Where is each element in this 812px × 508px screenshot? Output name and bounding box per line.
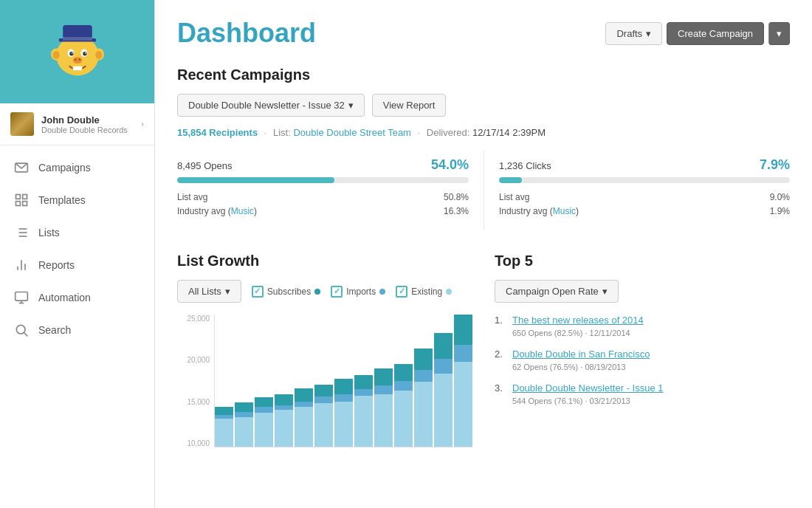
bar-existing [215,419,233,447]
top5-item-num: 2. [495,349,505,360]
bar-stack [434,324,453,447]
y-label-15k: 15,000 [187,398,210,406]
clicks-label: 1,236 Clicks [499,160,551,171]
bottom-grid: List Growth All Lists ▾ ✓ Subscribes ✓ [177,253,790,462]
bar-existing [434,374,453,447]
create-campaign-button[interactable]: Create Campaign [667,22,764,45]
bar-chart: 25,000 20,000 15,000 10,000 [177,315,472,462]
imports-dot [379,289,385,295]
sidebar-item-lists[interactable]: Lists [0,216,154,249]
top5-item-meta: 544 Opens (76.1%) · 03/21/2013 [512,397,630,405]
user-company: Double Double Records [41,126,141,134]
bar-stack [354,349,373,447]
chevron-down-icon: ▾ [777,28,782,39]
svg-point-10 [69,52,73,55]
clicks-industry-link[interactable]: Music [553,206,576,216]
opens-industry-link[interactable]: Music [231,206,254,216]
bar-stack [394,343,413,447]
nav-label-automation: Automation [38,292,91,303]
recent-campaigns-title: Recent Campaigns [177,66,790,83]
nav-label-reports: Reports [38,259,75,271]
opens-label: 8,495 Opens [177,160,232,171]
campaign-select-button[interactable]: Double Double Newsletter - Issue 32 ▾ [177,94,365,117]
sidebar-header [0,0,154,103]
nav-label-campaigns: Campaigns [38,162,91,174]
main-content: Dashboard Drafts ▾ Create Campaign ▾ Rec… [155,0,812,508]
bar-group [434,315,453,447]
create-campaign-dropdown-button[interactable]: ▾ [768,22,790,45]
bar-group [414,315,433,447]
bar-chart-icon [13,257,30,273]
chart-controls: All Lists ▾ ✓ Subscribes ✓ Imports [177,280,472,303]
desktop-icon [13,289,30,306]
campaign-info: 15,854 Recipients · List: Double Double … [177,127,790,138]
top5-item-meta: 62 Opens (76.5%) · 08/19/2013 [512,363,626,371]
bar-group [454,315,472,447]
chevron-down-icon: ▾ [225,286,230,297]
svg-point-35 [16,325,25,334]
svg-point-4 [95,51,102,59]
clicks-pct: 7.9% [760,157,790,173]
bar-existing [275,410,293,447]
sidebar-item-search[interactable]: Search [0,314,154,346]
list-growth-section: List Growth All Lists ▾ ✓ Subscribes ✓ [177,253,472,462]
view-report-button[interactable]: View Report [372,94,447,117]
existing-filter[interactable]: ✓ Existing [396,286,452,298]
bar-stack [374,345,393,447]
sidebar-item-templates[interactable]: Templates [0,184,154,216]
bar-stack [295,359,313,447]
svg-point-11 [83,52,86,55]
sidebar: John Double Double Double Records › Camp… [0,0,155,508]
chevron-down-icon: ▾ [646,28,651,39]
drafts-button[interactable]: Drafts ▾ [605,22,662,45]
bar-existing [295,407,313,447]
campaign-open-rate-button[interactable]: Campaign Open Rate ▾ [495,280,619,303]
svg-point-12 [71,52,72,54]
top5-item-link[interactable]: Double Double Newsletter - Issue 1 [512,382,664,394]
top5-item-num: 1. [495,315,505,326]
y-label-25k: 25,000 [187,315,210,323]
imports-filter[interactable]: ✓ Imports [331,286,385,298]
bar-stack [215,374,233,447]
imports-checkbox[interactable]: ✓ [331,286,343,298]
bar-stack [314,357,333,447]
y-label-10k: 10,000 [187,439,210,447]
avatar [10,112,34,136]
top5-item: 1. The best new releases of 2014 650 Ope… [495,315,790,338]
subscribes-filter[interactable]: ✓ Subscribes [252,286,320,298]
grid-icon [13,192,30,208]
bar-imports [255,407,273,413]
opens-progress-fill [177,177,334,183]
bar-subscribes [334,379,353,394]
clicks-list-avg-row: List avg 9.0% [499,192,790,202]
top5-item-link[interactable]: Double Double in San Francisco [512,349,650,360]
all-lists-button[interactable]: All Lists ▾ [177,280,241,303]
sidebar-item-reports[interactable]: Reports [0,249,154,281]
bar-imports [414,370,433,382]
bar-group [295,315,313,447]
top5-item: 2. Double Double in San Francisco 62 Ope… [495,349,790,372]
sidebar-item-automation[interactable]: Automation [0,281,154,314]
opens-panel: 8,495 Opens 54.0% List avg 50.8% Industr… [177,150,484,230]
delivered-date: 12/17/14 2:39PM [472,127,546,138]
bar-imports [454,345,472,362]
recent-campaigns-section: Recent Campaigns Double Double Newslette… [177,66,790,230]
mailchimp-logo [44,18,111,85]
bar-imports [374,385,393,394]
user-info[interactable]: John Double Double Double Records › [0,103,154,145]
opens-pct: 54.0% [431,157,469,173]
bar-subscribes [434,333,453,359]
bar-imports [354,389,373,395]
sidebar-item-campaigns[interactable]: Campaigns [0,151,154,184]
bar-imports [334,394,353,402]
top5-item-link[interactable]: The best new releases of 2014 [512,315,644,326]
existing-checkbox[interactable]: ✓ [396,286,407,298]
bar-stack [235,370,253,447]
bar-subscribes [295,388,313,401]
bar-subscribes [314,385,333,396]
subscribes-checkbox[interactable]: ✓ [252,286,264,298]
bar-subscribes [414,349,433,370]
list-name: Double Double Street Team [293,127,410,138]
svg-point-15 [74,58,77,61]
opens-list-avg-row: List avg 50.8% [177,192,469,202]
